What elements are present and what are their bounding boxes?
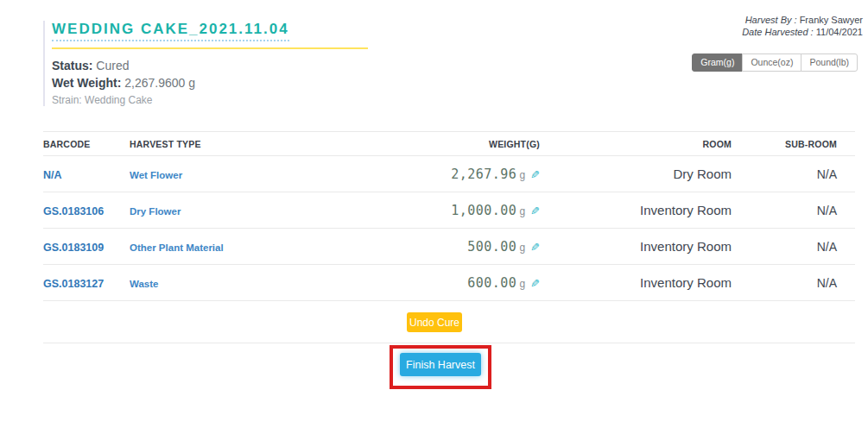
date-harvested-value: 11/04/2021 [816, 27, 863, 37]
edit-weight-icon[interactable]: ✎ [530, 204, 540, 217]
unit-pound-button[interactable]: Pound(lb) [801, 53, 858, 72]
date-harvested-label: Date Harvested : [742, 27, 814, 37]
sub-room-value: N/A [817, 204, 837, 217]
weight-value: 500.00 [467, 239, 516, 255]
table-row: N/A Wet Flower 2,267.96g✎ Dry Room N/A [43, 156, 855, 192]
unit-toggle-group: Gram(g) Ounce(oz) Pound(lb) [692, 53, 858, 72]
column-header-weight: WEIGHT(G) [393, 132, 540, 156]
column-header-barcode: BARCODE [43, 132, 130, 156]
edit-weight-icon[interactable]: ✎ [530, 241, 540, 254]
date-harvested-line: Date Harvested : 11/04/2021 [742, 26, 863, 38]
table-row: GS.0183109 Other Plant Material 500.00g✎… [43, 229, 855, 265]
status-label: Status: [52, 59, 92, 72]
harvest-type-link[interactable]: Dry Flower [130, 206, 181, 217]
weight-unit: g [519, 278, 525, 290]
table-row: GS.0183106 Dry Flower 1,000.00g✎ Invento… [43, 192, 855, 229]
weight-unit: g [519, 205, 525, 217]
weight-value: 2,267.96 [451, 167, 516, 182]
strain-line: Strain: Wedding Cake [52, 94, 380, 106]
harvest-table: BARCODE HARVEST TYPE WEIGHT(G) ROOM SUB-… [43, 131, 855, 301]
weight-unit: g [519, 169, 525, 181]
sub-room-value: N/A [817, 276, 837, 290]
harvest-type-link[interactable]: Waste [130, 279, 158, 289]
barcode-link[interactable]: GS.0183127 [43, 278, 104, 290]
sub-room-value: N/A [817, 167, 837, 181]
column-header-harvest-type: HARVEST TYPE [130, 132, 393, 156]
weight-value: 1,000.00 [451, 203, 516, 218]
unit-ounce-button[interactable]: Ounce(oz) [742, 53, 801, 72]
harvest-info: Harvest By : Franky Sawyer Date Harveste… [742, 14, 863, 38]
harvest-by-label: Harvest By : [745, 15, 797, 25]
column-header-sub-room: SUB-ROOM [732, 132, 855, 156]
room-value: Inventory Room [640, 275, 732, 290]
harvest-header: WEDDING CAKE_2021.11.04 Status: Cured We… [43, 21, 380, 106]
room-value: Inventory Room [640, 203, 732, 217]
yellow-divider [52, 47, 368, 49]
weight-unit: g [519, 242, 525, 254]
unit-gram-button[interactable]: Gram(g) [692, 53, 743, 72]
table-header-row: BARCODE HARVEST TYPE WEIGHT(G) ROOM SUB-… [43, 132, 855, 156]
status-line: Status: Cured [52, 57, 380, 74]
wet-weight-label: Wet Weight: [52, 76, 121, 90]
harvest-detail-page: WEDDING CAKE_2021.11.04 Status: Cured We… [0, 0, 868, 434]
room-value: Dry Room [673, 167, 732, 181]
barcode-link[interactable]: GS.0183106 [43, 205, 104, 217]
harvest-type-link[interactable]: Other Plant Material [130, 242, 224, 253]
finish-harvest-button[interactable]: Finish Harvest [400, 353, 481, 376]
edit-weight-icon[interactable]: ✎ [530, 168, 540, 181]
harvest-by-value: Franky Sawyer [800, 15, 863, 25]
room-value: Inventory Room [640, 239, 732, 254]
harvest-type-link[interactable]: Wet Flower [130, 170, 182, 180]
table-row: GS.0183127 Waste 600.00g✎ Inventory Room… [43, 265, 855, 301]
wet-weight-line: Wet Weight: 2,267.9600 g [52, 74, 380, 91]
column-header-room: ROOM [540, 132, 732, 156]
barcode-link[interactable]: N/A [43, 169, 62, 181]
sub-room-value: N/A [817, 240, 837, 254]
wet-weight-value: 2,267.9600 g [124, 76, 195, 90]
harvest-by-line: Harvest By : Franky Sawyer [742, 14, 863, 26]
harvest-title[interactable]: WEDDING CAKE_2021.11.04 [52, 21, 289, 41]
edit-weight-icon[interactable]: ✎ [530, 277, 540, 290]
bottom-divider [43, 343, 855, 343]
barcode-link[interactable]: GS.0183109 [43, 242, 104, 254]
status-value: Cured [96, 59, 129, 72]
undo-cure-button[interactable]: Undo Cure [407, 312, 462, 332]
weight-value: 600.00 [467, 275, 516, 291]
